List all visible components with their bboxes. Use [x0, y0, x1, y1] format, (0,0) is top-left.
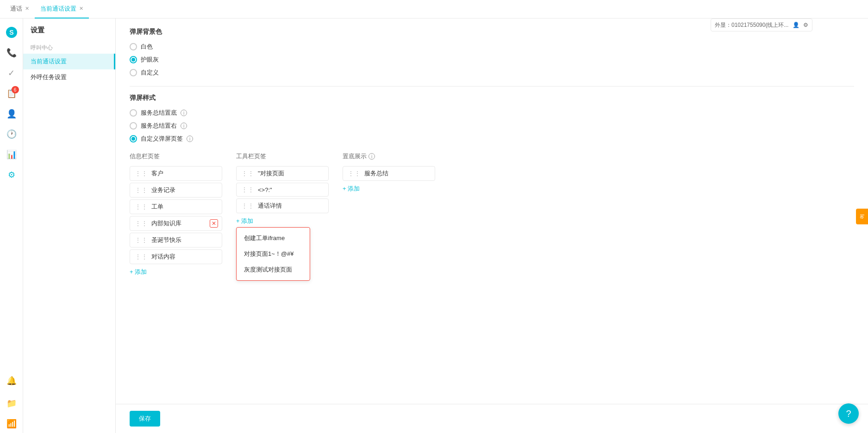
- col2-title: 工具栏页签: [236, 152, 329, 161]
- drag-item-dialog-label: 对话内容: [151, 253, 175, 261]
- main-layout: S 📞 ✓ 📋 6 👤 🕐 📊 ⚙ 🔔 📁 📶 设置 呼叫中心 当前通话设置 外…: [0, 19, 868, 433]
- radio-custom-tab[interactable]: 自定义弹屏页签 i: [130, 135, 854, 143]
- sidebar-item-current-call-settings[interactable]: 当前通话设置: [23, 54, 115, 69]
- drag-item-christmas-label: 圣诞节快乐: [151, 236, 181, 244]
- nav-icon-settings[interactable]: ⚙: [2, 166, 21, 184]
- col2-drag-list: ⋮⋮ "对接页面 ⋮⋮ <>?:" ⋮⋮ 通话详情: [236, 166, 329, 213]
- drag-handle-dialog: ⋮⋮: [135, 253, 148, 260]
- nav-icon-logo: S: [2, 23, 21, 42]
- radio-gray-circle: [130, 56, 137, 63]
- nav-badge: 6: [12, 86, 19, 93]
- nav-icon-notification[interactable]: 🔔: [2, 374, 21, 392]
- nav-icon-wifi[interactable]: 📶: [2, 414, 21, 433]
- col1-add-label: + 添加: [130, 268, 147, 276]
- popup-style-title: 弹屏样式: [130, 94, 854, 102]
- tab-current-settings-close[interactable]: ✕: [79, 6, 83, 12]
- radio-custom[interactable]: 自定义: [130, 68, 854, 77]
- tab-current-settings-label: 当前通话设置: [40, 5, 76, 13]
- tab-call-label: 通话: [10, 5, 22, 13]
- dropdown-item-connect-page[interactable]: 对接页面1~！@#¥: [237, 246, 310, 262]
- drag-handle-knowledge: ⋮⋮: [135, 220, 148, 227]
- col3-add-label: + 添加: [343, 185, 360, 193]
- nav-icon-phone[interactable]: 📞: [2, 43, 21, 62]
- radio-right-circle: [130, 122, 137, 130]
- drag-item-christmas[interactable]: ⋮⋮ 圣诞节快乐: [130, 233, 222, 247]
- right-info-icon[interactable]: i: [181, 123, 187, 129]
- settings-icon[interactable]: ⚙: [803, 22, 808, 28]
- drag-item-knowledge-label: 内部知识库: [151, 219, 181, 228]
- radio-white-label: 白色: [141, 43, 153, 51]
- svg-text:S: S: [9, 29, 13, 36]
- transfer-icon[interactable]: 👤: [793, 22, 799, 28]
- nav-icon-chart[interactable]: 📊: [2, 145, 21, 164]
- radio-custom-label: 自定义: [141, 68, 159, 77]
- radio-bottom-circle: [130, 109, 137, 117]
- col3-add-button[interactable]: + 添加: [343, 185, 435, 193]
- radio-right-label: 服务总结置右: [141, 122, 177, 130]
- col-bottom-display: 置底展示 i ⋮⋮ 服务总结 + 添加: [343, 152, 435, 276]
- col3-info-icon[interactable]: i: [368, 153, 375, 160]
- col1-title: 信息栏页签: [130, 152, 222, 161]
- drag-item-order-label: 工单: [151, 203, 163, 211]
- radio-bottom-label: 服务总结置底: [141, 109, 177, 117]
- tab-call-close[interactable]: ✕: [25, 6, 29, 12]
- radio-right[interactable]: 服务总结置右 i: [130, 122, 854, 130]
- popup-style-radio-group: 服务总结置底 i 服务总结置右 i 自定义弹屏页签 i: [130, 109, 854, 143]
- drag-item-code[interactable]: ⋮⋮ <>?:": [236, 183, 329, 197]
- drag-item-connect-page[interactable]: ⋮⋮ "对接页面: [236, 166, 329, 181]
- radio-white[interactable]: 白色: [130, 43, 854, 51]
- help-button[interactable]: ?: [838, 403, 859, 424]
- drag-item-call-detail-label: 通话详情: [258, 202, 282, 210]
- col3-drag-list: ⋮⋮ 服务总结: [343, 166, 435, 181]
- save-button[interactable]: 保存: [130, 411, 160, 427]
- drag-handle-business: ⋮⋮: [135, 186, 148, 194]
- drag-item-service-summary-label: 服务总结: [364, 169, 388, 178]
- custom-tab-info-icon[interactable]: i: [187, 136, 193, 142]
- drag-handle-call-detail: ⋮⋮: [241, 202, 254, 210]
- drag-handle-service-summary: ⋮⋮: [348, 170, 361, 177]
- dropdown-item-create-order[interactable]: 创建工单iframe: [237, 230, 310, 246]
- nav-icon-contacts[interactable]: 👤: [2, 105, 21, 123]
- nav-icon-history[interactable]: 🕐: [2, 125, 21, 143]
- drag-item-service-summary[interactable]: ⋮⋮ 服务总结: [343, 166, 435, 181]
- feedback-button[interactable]: Ie: [856, 209, 868, 224]
- nav-icon-notes[interactable]: 📋 6: [2, 84, 21, 103]
- dropdown-item-gray-test[interactable]: 灰度测试对接页面: [237, 262, 310, 278]
- phone-line-info: 外显：01021755090(线上环... 👤 ⚙: [711, 19, 812, 31]
- radio-custom-tab-label: 自定义弹屏页签: [141, 135, 183, 143]
- content-area: 弹屏背景色 白色 护眼灰 自定义 弹屏样式: [116, 19, 868, 404]
- tab-current-settings[interactable]: 当前通话设置 ✕: [35, 0, 89, 19]
- sidebar-item-outbound-task-settings[interactable]: 外呼任务设置: [23, 69, 115, 85]
- drag-item-knowledge[interactable]: ⋮⋮ 内部知识库 ✕: [130, 216, 222, 231]
- tabs: 通话 ✕ 当前通话设置 ✕: [5, 0, 863, 19]
- radio-bottom[interactable]: 服务总结置底 i: [130, 109, 854, 117]
- drag-handle-order: ⋮⋮: [135, 203, 148, 210]
- bottom-info-icon[interactable]: i: [181, 110, 187, 116]
- col-toolbar-tabs: 工具栏页签 ⋮⋮ "对接页面 ⋮⋮ <>?:" ⋮⋮ 通话: [236, 152, 329, 276]
- sidebar: 设置 呼叫中心 当前通话设置 外呼任务设置: [23, 19, 116, 433]
- drag-item-business[interactable]: ⋮⋮ 业务记录: [130, 183, 222, 198]
- col2-add-button[interactable]: + 添加 创建工单iframe 对接页面1~！@#¥ 灰度测试对接页面: [236, 217, 329, 225]
- tab-call[interactable]: 通话 ✕: [5, 0, 35, 19]
- radio-gray[interactable]: 护眼灰: [130, 56, 854, 64]
- drag-item-call-detail[interactable]: ⋮⋮ 通话详情: [236, 198, 329, 213]
- col1-title-text: 信息栏页签: [130, 152, 160, 161]
- nav-icon-folder[interactable]: 📁: [2, 394, 21, 413]
- col1-drag-list: ⋮⋮ 客户 ⋮⋮ 业务记录 ⋮⋮ 工单 ⋮⋮ 内: [130, 166, 222, 264]
- col2-dropdown: 创建工单iframe 对接页面1~！@#¥ 灰度测试对接页面: [236, 227, 310, 281]
- nav-icon-tasks[interactable]: ✓: [2, 64, 21, 82]
- drag-item-order[interactable]: ⋮⋮ 工单: [130, 199, 222, 214]
- sidebar-section: 呼叫中心: [23, 40, 115, 54]
- bg-color-radio-group: 白色 护眼灰 自定义: [130, 43, 854, 77]
- radio-gray-label: 护眼灰: [141, 56, 159, 64]
- drag-handle-christmas: ⋮⋮: [135, 236, 148, 244]
- save-bar: 保存: [116, 404, 868, 433]
- drag-item-dialog[interactable]: ⋮⋮ 对话内容: [130, 249, 222, 264]
- radio-custom-tab-circle: [130, 135, 137, 142]
- phone-line-text: 外显：01021755090(线上环...: [715, 21, 788, 29]
- drag-handle-customer: ⋮⋮: [135, 170, 148, 177]
- drag-item-customer[interactable]: ⋮⋮ 客户: [130, 166, 222, 181]
- delete-knowledge-button[interactable]: ✕: [210, 219, 218, 228]
- drag-item-business-label: 业务记录: [151, 186, 175, 194]
- col1-add-button[interactable]: + 添加: [130, 268, 222, 276]
